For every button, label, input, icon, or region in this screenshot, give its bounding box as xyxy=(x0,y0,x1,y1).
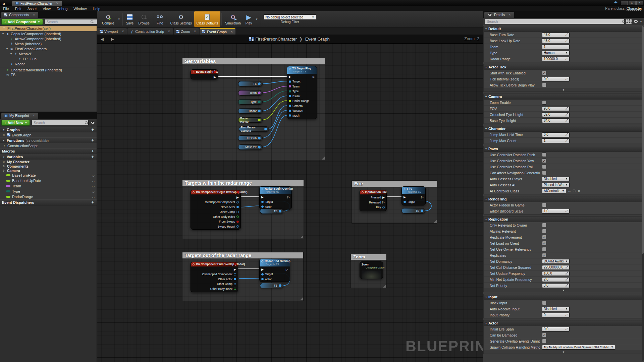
expander-icon[interactable]: ▾ xyxy=(485,218,487,221)
radar-pin[interactable] xyxy=(289,95,291,97)
expander-icon[interactable]: ▾ xyxy=(485,322,487,325)
variable-pill-radar-range[interactable]: Radar Range xyxy=(238,117,263,123)
exec-out-pin[interactable]: ▶ xyxy=(236,196,239,199)
chevron-down-icon[interactable]: ▼ xyxy=(640,20,642,23)
variable-category-camera[interactable]: ▷Camera xyxy=(0,168,97,173)
section-header[interactable]: ▾Character xyxy=(484,126,643,132)
ts-pin[interactable] xyxy=(258,82,261,85)
other-actor-pin[interactable] xyxy=(236,206,239,208)
close-icon[interactable]: ✕ xyxy=(168,30,170,33)
spin-input[interactable]: 64.0⤢ xyxy=(542,118,570,123)
checkbox[interactable] xyxy=(542,301,546,305)
parent-class-value[interactable]: Character xyxy=(627,6,642,11)
target-pin[interactable] xyxy=(261,201,264,203)
component-row[interactable]: ▾▮CapsuleComponent (Inherited) xyxy=(0,31,97,36)
list-item-eventgraph[interactable]: ▷EventGraph xyxy=(0,132,97,137)
other-body-index-pin[interactable] xyxy=(234,288,236,290)
actor-pin[interactable] xyxy=(261,278,264,280)
weapon-pin[interactable] xyxy=(289,110,291,112)
fp-gun-pin[interactable] xyxy=(258,137,261,139)
spin-input[interactable]: 45.0⤢ xyxy=(542,33,570,37)
spin-input[interactable]: 90.0⤢ xyxy=(542,106,570,111)
eye-closed-icon[interactable]: ◡ xyxy=(92,184,95,188)
exec-in-pin[interactable]: ▶ xyxy=(289,75,291,78)
dropdown[interactable]: Disabled▼ xyxy=(542,177,570,181)
component-row[interactable]: ↟CharacterMovement (Inherited) xyxy=(0,67,97,72)
use-selected-icon[interactable]: ← xyxy=(568,189,571,193)
exec-in-pin[interactable]: ▶ xyxy=(261,196,264,199)
mesh-2p-pin[interactable] xyxy=(258,146,261,148)
spinner-icon[interactable]: ⤢ xyxy=(566,265,568,269)
save-button[interactable]: Save xyxy=(124,11,136,27)
add-icon[interactable]: + xyxy=(91,155,95,159)
list-item-constructionscript[interactable]: ƒConstructionScript xyxy=(0,143,97,148)
details-scrollbar[interactable] xyxy=(642,26,644,361)
delegate-pin[interactable] xyxy=(234,263,236,265)
first-person-camera-pin[interactable] xyxy=(264,128,267,130)
spin-input[interactable]: 0.0⤢ xyxy=(542,132,570,137)
type-pin[interactable] xyxy=(289,90,291,93)
show-advanced-expander[interactable]: ▼ xyxy=(484,350,643,354)
spinner-icon[interactable]: ⤢ xyxy=(566,107,568,110)
variable-pill-ts[interactable]: TS xyxy=(260,283,283,288)
menu-item-help[interactable]: Help xyxy=(90,7,103,11)
expander-icon[interactable]: ▷ xyxy=(3,160,6,163)
simulation-button[interactable]: ⚙▶ Simulation xyxy=(223,11,243,27)
expander-icon[interactable]: ▾ xyxy=(1,32,5,35)
spinner-icon[interactable]: ⤢ xyxy=(566,119,568,122)
section-header[interactable]: ▾Default xyxy=(484,26,643,32)
dropdown[interactable]: Human▼ xyxy=(542,51,570,55)
checkbox[interactable]: ✓ xyxy=(542,159,546,163)
find-button[interactable]: Find xyxy=(154,11,166,27)
section-header-graphs[interactable]: ▾Graphs+ xyxy=(0,127,97,132)
exec-out-pin[interactable]: ▶ xyxy=(234,268,236,271)
chevron-down-icon[interactable]: ▼ xyxy=(117,18,121,21)
target-pin[interactable] xyxy=(404,201,406,203)
exec-pin[interactable]: ▶ xyxy=(382,196,385,199)
checkbox[interactable] xyxy=(542,339,546,343)
minimize-button[interactable]: ─ xyxy=(621,1,628,5)
from-sweep-pin[interactable] xyxy=(236,221,239,223)
checkbox[interactable] xyxy=(542,83,546,87)
menu-item-window[interactable]: Window xyxy=(70,7,90,11)
spinner-icon[interactable]: ⤢ xyxy=(566,133,568,136)
variable-row-team[interactable]: Team◡ xyxy=(0,183,97,189)
variable-pill-first-person-camera[interactable]: First Person Camera xyxy=(239,126,269,132)
sweep-result-pin[interactable] xyxy=(236,225,239,228)
exec-in-pin[interactable]: ▶ xyxy=(261,268,264,271)
checkbox[interactable] xyxy=(542,229,546,233)
spin-input[interactable]: 0⤢ xyxy=(542,313,570,317)
node-radar-begin-overlap[interactable]: ◇Radar Begin OverlapTarget is TS▶▷Target… xyxy=(259,186,292,209)
checkbox[interactable]: ✓ xyxy=(542,71,546,75)
ts-pin[interactable] xyxy=(279,210,281,213)
close-button[interactable]: × xyxy=(636,1,643,5)
comment-title[interactable]: Fire xyxy=(352,181,437,187)
section-header[interactable]: ▾Rendering xyxy=(484,196,643,202)
other-body-index-pin[interactable] xyxy=(236,216,239,218)
comment-title[interactable]: Targets within the radar range xyxy=(182,180,304,186)
dropdown[interactable]: Try To Adjust Location, Don't Spawn If S… xyxy=(542,345,615,350)
tab-my-blueprint[interactable]: My Blueprint ✕ xyxy=(1,113,38,119)
breadcrumb-root[interactable]: FirstPersonCharacter xyxy=(255,37,297,42)
spin-input[interactable]: 0.0⤢ xyxy=(542,77,570,81)
node-zoom-collapsed-graph[interactable]: ZoomCollapsed Graph xyxy=(360,261,383,279)
expander-icon[interactable]: ▾ xyxy=(485,147,487,150)
team-pin[interactable] xyxy=(289,85,291,87)
checkbox[interactable] xyxy=(542,165,546,169)
ts-pin[interactable] xyxy=(279,284,281,287)
delegate-pin[interactable] xyxy=(214,71,216,73)
spin-input[interactable]: 1.0⤢ xyxy=(542,209,570,214)
spinner-icon[interactable]: ⤢ xyxy=(566,209,568,213)
menu-item-debug[interactable]: Debug xyxy=(54,7,70,11)
tab-construction-scrip[interactable]: ƒConstruction Scrip✕ xyxy=(127,28,173,35)
component-row[interactable]: ◎TS xyxy=(0,72,97,77)
show-advanced-expander[interactable]: ▼ xyxy=(484,289,643,292)
property-matrix-icon[interactable] xyxy=(626,19,632,24)
spin-input[interactable]: 32.0⤢ xyxy=(542,112,570,117)
details-search-input[interactable] xyxy=(485,19,625,24)
add-component-button[interactable]: + Add Component ▼ xyxy=(1,19,43,25)
overlapped-component-pin[interactable] xyxy=(236,201,239,203)
section-header[interactable]: ▾Replication xyxy=(484,217,643,222)
exec-out-pin[interactable]: ▷ xyxy=(286,268,288,271)
exec-out-pin[interactable]: ▷ xyxy=(313,75,315,78)
